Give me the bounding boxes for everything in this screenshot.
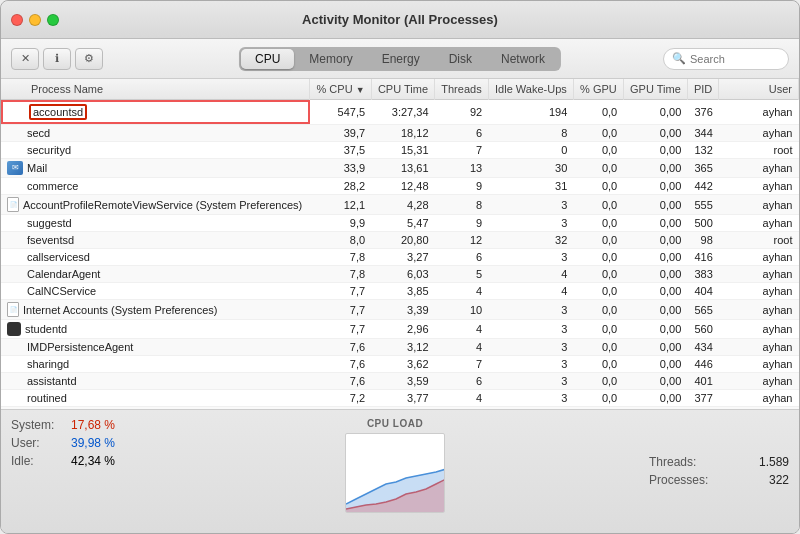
process-table: Process Name % CPU ▼ CPU Time Threads Id… [1, 79, 799, 409]
table-row[interactable]: studentd 7,7 2,96 4 3 0,0 0,00 560 ayhan [1, 320, 799, 339]
idle-wakeups-cell: 3 [488, 390, 573, 407]
table-row[interactable]: accountsd 547,5 3:27,34 92 194 0,0 0,00 … [1, 100, 799, 125]
table-row[interactable]: routined 7,2 3,77 4 3 0,0 0,00 377 ayhan [1, 390, 799, 407]
process-name-cell: studentd [7, 322, 227, 336]
table-row[interactable]: CalendarAgent 7,8 6,03 5 4 0,0 0,00 383 … [1, 266, 799, 283]
processes-value: 322 [769, 473, 789, 487]
process-name-text: commerce [27, 180, 78, 192]
cpu-chart-svg [346, 434, 445, 513]
process-name-text: routined [27, 392, 67, 404]
cpu-pct-cell: 7,6 [310, 373, 371, 390]
gpu-pct-cell: 0,0 [573, 339, 623, 356]
tab-energy[interactable]: Energy [368, 49, 434, 69]
table-row[interactable]: commerce 28,2 12,48 9 31 0,0 0,00 442 ay… [1, 178, 799, 195]
table-row[interactable]: IMDPersistenceAgent 7,6 3,12 4 3 0,0 0,0… [1, 339, 799, 356]
col-threads[interactable]: Threads [435, 79, 489, 100]
cpu-time-cell: 5,47 [371, 215, 434, 232]
idle-wakeups-cell: 31 [488, 178, 573, 195]
table-row[interactable]: callservicesd 7,8 3,27 6 3 0,0 0,00 416 … [1, 249, 799, 266]
threads-cell: 92 [435, 100, 489, 125]
threads-value: 1.589 [759, 455, 789, 469]
info-button[interactable]: ℹ [43, 48, 71, 70]
col-cpu-pct[interactable]: % CPU ▼ [310, 79, 371, 100]
table-row[interactable]: 📄AccountProfileRemoteViewService (System… [1, 195, 799, 215]
cpu-time-cell: 3,77 [371, 390, 434, 407]
table-row[interactable]: ✉Mail 33,9 13,61 13 30 0,0 0,00 365 ayha… [1, 159, 799, 178]
gpu-time-cell: 0,00 [623, 320, 687, 339]
process-name-cell: 📄Internet Accounts (System Preferences) [7, 302, 227, 317]
idle-wakeups-cell: 8 [488, 125, 573, 142]
cpu-time-cell: 3,39 [371, 300, 434, 320]
cpu-time-cell: 4,28 [371, 195, 434, 215]
gpu-time-cell: 0,00 [623, 142, 687, 159]
cpu-pct-cell: 39,7 [310, 125, 371, 142]
cpu-pct-cell: 28,2 [310, 178, 371, 195]
cpu-time-cell: 2,96 [371, 320, 434, 339]
table-row[interactable]: suggestd 9,9 5,47 9 3 0,0 0,00 500 ayhan [1, 215, 799, 232]
threads-cell: 4 [435, 320, 489, 339]
cpu-pct-cell: 7,2 [310, 390, 371, 407]
pid-cell: 365 [687, 159, 719, 178]
gpu-time-cell: 0,00 [623, 195, 687, 215]
col-cpu-time[interactable]: CPU Time [371, 79, 434, 100]
table-row[interactable]: securityd 37,5 15,31 7 0 0,0 0,00 132 ro… [1, 142, 799, 159]
gpu-pct-cell: 0,0 [573, 125, 623, 142]
tab-cpu[interactable]: CPU [241, 49, 294, 69]
process-name-text: secd [27, 127, 50, 139]
col-idle-wakeups[interactable]: Idle Wake-Ups [488, 79, 573, 100]
back-button[interactable]: ✕ [11, 48, 39, 70]
close-button[interactable] [11, 14, 23, 26]
cpu-time-cell: 3,27 [371, 249, 434, 266]
footer-stats: System: 17,68 % User: 39,98 % Idle: 42,3… [11, 418, 141, 527]
col-user[interactable]: User [719, 79, 799, 100]
user-cell: ayhan [719, 195, 799, 215]
table-row[interactable]: fseventsd 8,0 20,80 12 32 0,0 0,00 98 ro… [1, 232, 799, 249]
cpu-time-cell: 20,80 [371, 232, 434, 249]
idle-wakeups-cell: 3 [488, 300, 573, 320]
tab-disk[interactable]: Disk [435, 49, 486, 69]
process-name-cell: ✉Mail [7, 161, 227, 175]
table-row[interactable]: sharingd 7,6 3,62 7 3 0,0 0,00 446 ayhan [1, 356, 799, 373]
col-process-name[interactable]: Process Name [1, 79, 310, 100]
idle-wakeups-cell: 4 [488, 283, 573, 300]
processes-row: Processes: 322 [649, 473, 789, 487]
process-name-cell: fseventsd [7, 234, 227, 246]
settings-button[interactable]: ⚙ [75, 48, 103, 70]
gpu-time-cell: 0,00 [623, 232, 687, 249]
idle-wakeups-cell: 3 [488, 249, 573, 266]
title-bar: Activity Monitor (All Processes) [1, 1, 799, 39]
tab-memory[interactable]: Memory [295, 49, 366, 69]
search-input[interactable] [690, 53, 780, 65]
minimize-button[interactable] [29, 14, 41, 26]
table-row[interactable]: 📄Internet Accounts (System Preferences) … [1, 300, 799, 320]
col-gpu-time[interactable]: GPU Time [623, 79, 687, 100]
col-pid[interactable]: PID [687, 79, 719, 100]
user-value: 39,98 % [71, 436, 115, 450]
threads-cell: 12 [435, 232, 489, 249]
process-name-text: studentd [25, 323, 67, 335]
process-name-text: sharingd [27, 358, 69, 370]
threads-cell: 9 [435, 178, 489, 195]
table-row[interactable]: secd 39,7 18,12 6 8 0,0 0,00 344 ayhan [1, 125, 799, 142]
gpu-time-cell: 0,00 [623, 300, 687, 320]
gpu-time-cell: 0,00 [623, 373, 687, 390]
gpu-pct-cell: 0,0 [573, 356, 623, 373]
pid-cell: 555 [687, 195, 719, 215]
maximize-button[interactable] [47, 14, 59, 26]
user-cell: ayhan [719, 390, 799, 407]
table-row[interactable]: assistantd 7,6 3,59 6 3 0,0 0,00 401 ayh… [1, 373, 799, 390]
system-stat-row: System: 17,68 % [11, 418, 141, 432]
idle-wakeups-cell: 0 [488, 142, 573, 159]
gpu-pct-cell: 0,0 [573, 300, 623, 320]
cpu-load-section: CPU LOAD [151, 418, 639, 527]
process-name-text: CalNCService [27, 285, 96, 297]
table-row[interactable]: CalNCService 7,7 3,85 4 4 0,0 0,00 404 a… [1, 283, 799, 300]
tab-network[interactable]: Network [487, 49, 559, 69]
pid-cell: 404 [687, 283, 719, 300]
pid-cell: 500 [687, 215, 719, 232]
idle-wakeups-cell: 3 [488, 373, 573, 390]
pid-cell: 98 [687, 232, 719, 249]
system-label: System: [11, 418, 71, 432]
col-gpu-pct[interactable]: % GPU [573, 79, 623, 100]
user-cell: ayhan [719, 249, 799, 266]
